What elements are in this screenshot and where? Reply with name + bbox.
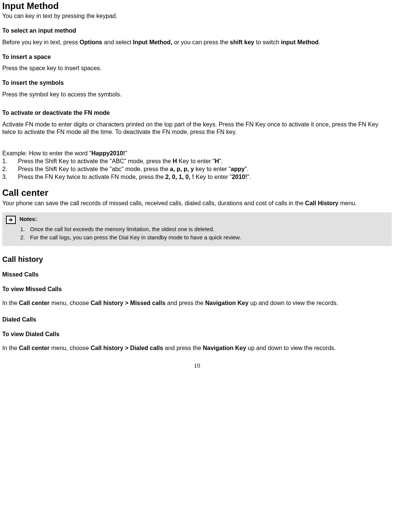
notes-header: Notes: xyxy=(6,215,388,224)
paragraph-symbols: Press the symbol key to access the symbo… xyxy=(2,91,392,99)
bold-call-center: Call center xyxy=(19,300,49,306)
heading-select-input-method: To select an input method xyxy=(2,27,392,35)
bold-input-method: Input Method, xyxy=(133,39,172,45)
bold-call-history: Call History xyxy=(305,200,339,206)
text: " xyxy=(125,150,127,156)
text: Press the FN Key twice to activate FN mo… xyxy=(18,174,165,180)
heading-view-dialed-calls: To view Dialed Calls xyxy=(2,331,392,338)
paragraph-missed: In the Call center menu, choose Call his… xyxy=(2,297,392,309)
heading-missed-calls: Missed Calls xyxy=(2,271,392,279)
text: to switch xyxy=(254,39,281,45)
bold-key: a, p, p, y xyxy=(170,166,194,172)
bold-path: Call history > Missed calls xyxy=(91,300,166,306)
bold-key: H xyxy=(172,158,177,164)
text: Your phone can save the call records of … xyxy=(2,200,305,206)
text: and press the xyxy=(165,300,205,306)
heading-view-missed-calls: To view Missed Calls xyxy=(2,286,392,293)
paragraph-fn: Activate FN mode to enter digits or char… xyxy=(2,121,392,137)
text: and press the xyxy=(163,345,203,351)
text: key to enter " xyxy=(194,166,231,172)
arrow-right-icon xyxy=(6,216,16,224)
text: Press the Shift Key to activate the "abc… xyxy=(18,166,170,172)
heading-call-center: Call center xyxy=(2,187,392,198)
text: ". xyxy=(219,158,223,164)
paragraph-call-center: Your phone can save the call records of … xyxy=(2,200,392,207)
text: ". xyxy=(247,174,251,180)
bold-result: 2010! xyxy=(232,174,247,180)
text: or you can press the xyxy=(172,39,230,45)
text: . xyxy=(319,39,320,45)
heading-insert-symbols: To insert the symbols xyxy=(2,79,392,87)
step-number: 1. xyxy=(2,158,18,165)
text: up and down to view the records. xyxy=(246,345,336,351)
notes-label: Notes: xyxy=(19,215,37,223)
paragraph-dialed: In the Call center menu, choose Call his… xyxy=(2,342,392,354)
note-2: 2.For the call logs, you can press the D… xyxy=(20,234,388,241)
text: Key to enter " xyxy=(177,158,215,164)
bold-result: H xyxy=(215,158,219,164)
note-1: 1.Once the call list exceeds the memory … xyxy=(20,225,388,233)
bold-path: Call history > Dialed calls xyxy=(91,345,163,351)
notes-box: Notes: 1.Once the call list exceeds the … xyxy=(2,212,392,246)
step-number: 3. xyxy=(2,173,18,181)
bold-nav-key: Navigation Key xyxy=(205,300,249,306)
note-text: Once the call list exceeds the memory li… xyxy=(30,226,214,232)
heading-insert-space: To insert a space xyxy=(2,53,392,61)
text: Example: How to enter the word " xyxy=(2,150,91,156)
text: up and down to view the records. xyxy=(249,300,338,306)
paragraph-example: Example: How to enter the word "Happy201… xyxy=(2,150,392,158)
bold-key: 2, 0, 1, 0, ! xyxy=(165,174,194,180)
paragraph-space: Press the space key to insert spaces. xyxy=(2,65,392,72)
heading-input-method: Input Method xyxy=(2,0,392,12)
bold-options: Options xyxy=(79,39,102,45)
bold-shift-key: shift key xyxy=(230,39,254,45)
text: and select xyxy=(102,39,133,45)
page-number: 10 xyxy=(2,362,392,370)
bold-nav-key: Navigation Key xyxy=(203,345,246,351)
step-3: 3.Press the FN Key twice to activate FN … xyxy=(2,173,392,181)
note-text: For the call logs, you can press the Dia… xyxy=(30,234,241,240)
text: menu, choose xyxy=(49,345,90,351)
heading-dialed-calls: Dialed Calls xyxy=(2,316,392,324)
heading-call-history: Call history xyxy=(2,254,392,264)
bold-result: appy xyxy=(231,166,245,172)
text: Press the Shift Key to activate the "ABC… xyxy=(18,158,172,164)
step-number: 2. xyxy=(2,165,18,173)
text: menu, choose xyxy=(49,300,90,306)
text: Key to enter " xyxy=(194,174,232,180)
step-1: 1.Press the Shift Key to activate the "A… xyxy=(2,158,392,165)
notes-list: 1.Once the call list exceeds the memory … xyxy=(20,225,388,241)
text: ". xyxy=(245,166,249,172)
intro-text: You can key in text by pressing the keyp… xyxy=(2,12,392,20)
bold-happy2010: Happy2010! xyxy=(91,150,125,156)
text: In the xyxy=(2,345,19,351)
example-steps: 1.Press the Shift Key to activate the "A… xyxy=(2,158,392,181)
note-number: 2. xyxy=(20,234,30,241)
heading-fn-mode: To activate or deactivate the FN mode xyxy=(2,109,392,117)
note-number: 1. xyxy=(20,225,30,233)
step-2: 2.Press the Shift Key to activate the "a… xyxy=(2,165,392,173)
text: In the xyxy=(2,300,19,306)
bold-input-method-2: input Method xyxy=(281,39,318,45)
bold-call-center: Call center xyxy=(19,345,49,351)
paragraph-select: Before you key in text, press Options an… xyxy=(2,39,392,47)
text: menu. xyxy=(339,200,357,206)
text: Before you key in text, press xyxy=(2,39,79,45)
